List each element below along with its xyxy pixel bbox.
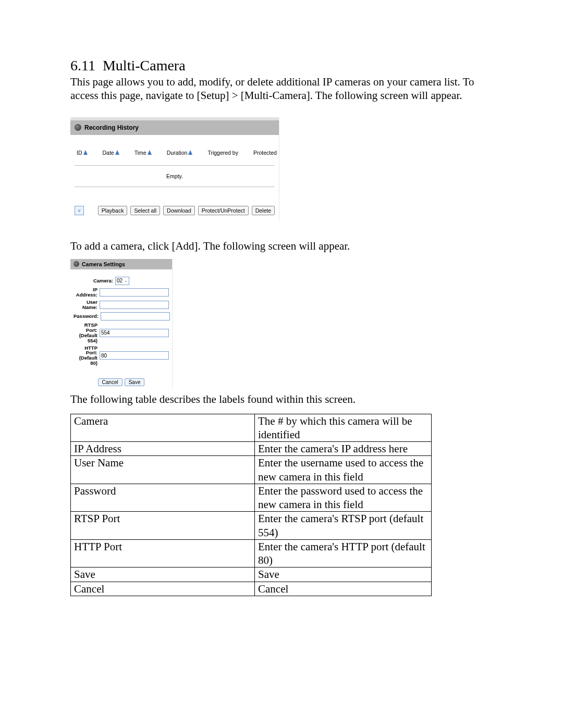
col-triggered[interactable]: Triggered by [207,150,238,156]
user-input[interactable] [100,301,169,309]
ip-label: IP Address: [74,287,100,298]
sort-up-icon [188,150,192,155]
mid-paragraph: To add a camera, click [Add]. The follow… [70,239,493,253]
pass-row: Password: [74,312,169,320]
user-row: User Name: [74,300,169,310]
table-row: User NameEnter the username used to acce… [71,456,432,484]
desc-label: Cancel [71,582,255,596]
playback-button[interactable]: Playback [98,206,128,215]
intro-paragraph: This page allows you to add, modify, or … [70,75,493,103]
col-id[interactable]: ID [77,150,88,156]
http-label: HTTP Port: (Default 80) [74,346,100,366]
camera-settings-footer: Cancel Save [70,371,172,389]
pass-input[interactable] [101,312,170,320]
desc-text: Cancel [255,582,432,596]
rtsp-row: RTSP Port: (Default 554) [74,323,169,343]
col-triggered-label: Triggered by [207,150,238,156]
description-table: CameraThe # by which this camera will be… [70,414,432,596]
recording-history-body: ID Date Time Duration Triggered by [70,135,279,191]
cancel-button[interactable]: Cancel [98,378,123,386]
camera-select-value: 02 [117,278,123,283]
delete-button[interactable]: Delete [252,206,275,215]
page-dropdown[interactable]: v [75,206,84,215]
col-date-label: Date [103,150,114,156]
select-all-button[interactable]: Select all [130,206,160,215]
http-input[interactable] [100,351,169,360]
table-row: PasswordEnter the password used to acces… [71,484,432,512]
pass-label: Password: [74,314,101,319]
col-protected-label: Protected [253,150,277,156]
rtsp-input[interactable] [100,329,169,337]
col-protected[interactable]: Protected [253,150,277,156]
chevron-down-icon: v [78,208,81,213]
col-time[interactable]: Time [134,150,152,156]
col-duration-label: Duration [167,150,188,156]
desc-text: Enter the password used to access the ne… [255,484,432,512]
recording-empty-row: Empty. [75,165,275,187]
col-duration[interactable]: Duration [167,150,193,156]
sort-up-icon [83,150,88,155]
sort-up-icon [115,150,119,155]
recording-columns-row: ID Date Time Duration Triggered by [75,150,279,156]
section-heading: 6.11 Multi-Camera [70,57,493,74]
sort-up-icon [148,150,152,155]
desc-text: Enter the camera's HTTP port (default 80… [255,539,432,567]
table-row: CancelCancel [71,582,432,596]
col-id-label: ID [77,150,82,156]
desc-text: The # by which this camera will be ident… [255,414,432,442]
desc-text: Enter the camera's IP address here [255,442,432,456]
table-row: IP AddressEnter the camera's IP address … [71,442,432,456]
user-label: User Name: [74,300,100,310]
panel-bullet-icon [74,261,79,267]
desc-label: RTSP Port [71,512,255,540]
panel-bullet-icon [75,124,81,131]
desc-text: Save [255,567,432,582]
col-time-label: Time [134,150,146,156]
camera-settings-panel: Camera Settings Camera: 02 ⌄ IP Address:… [70,259,173,390]
save-button[interactable]: Save [125,378,145,386]
desc-label: Camera [71,414,255,442]
camera-settings-body: Camera: 02 ⌄ IP Address: User Name: Pass… [70,269,172,372]
section-number: 6.11 [70,57,95,73]
recording-history-title: Recording History [84,124,139,131]
table-row: RTSP PortEnter the camera's RTSP port (d… [71,512,432,540]
ip-row: IP Address: [74,287,169,298]
desc-label: User Name [71,456,255,484]
camera-row: Camera: 02 ⌄ [74,277,169,285]
desc-label: HTTP Port [71,539,255,567]
chevron-down-icon: ⌄ [124,278,128,283]
table-intro: The following table describes the labels… [70,392,493,406]
col-date[interactable]: Date [103,150,119,156]
protect-button[interactable]: Protect/UnProtect [198,206,249,215]
recording-footer: v Playback Select all Download Protect/U… [70,191,279,220]
rtsp-label: RTSP Port: (Default 554) [74,323,100,343]
recording-history-header: Recording History [70,120,279,135]
desc-label: Password [71,484,255,512]
recording-history-panel: Recording History ID Date Time Duration [70,117,279,220]
table-row: SaveSave [71,567,432,582]
desc-text: Enter the camera's RTSP port (default 55… [255,512,432,540]
table-row: CameraThe # by which this camera will be… [71,414,432,442]
camera-settings-header: Camera Settings [70,259,172,269]
desc-label: Save [71,567,255,582]
ip-input[interactable] [100,288,169,297]
http-row: HTTP Port: (Default 80) [74,346,169,366]
table-row: HTTP PortEnter the camera's HTTP port (d… [71,539,432,567]
section-title-text: Multi-Camera [103,57,186,73]
download-button[interactable]: Download [163,206,195,215]
desc-label: IP Address [71,442,255,456]
camera-select[interactable]: 02 ⌄ [115,277,129,285]
camera-settings-title: Camera Settings [82,261,125,267]
recording-buttons: Playback Select all Download Protect/UnP… [98,206,275,215]
desc-text: Enter the username used to access the ne… [255,456,432,484]
camera-label: Camera: [74,278,115,283]
